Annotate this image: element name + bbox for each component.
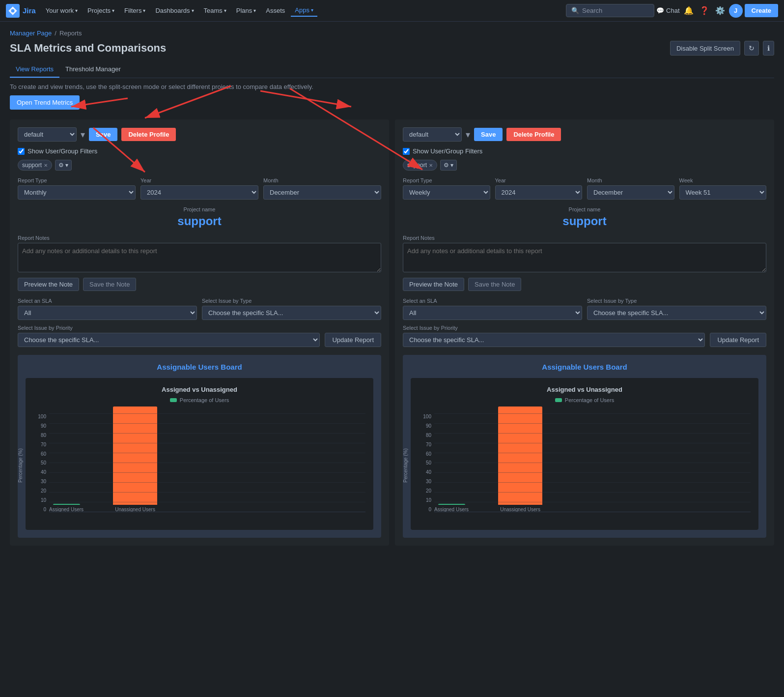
left-chart-subtitle: Assigned vs Unassigned (33, 386, 365, 393)
right-week-select[interactable]: Week 51 (679, 185, 767, 200)
left-chart-inner: Assigned vs Unassigned Percentage of Use… (26, 378, 373, 530)
right-preview-button[interactable]: Preview the Note (403, 278, 464, 291)
left-notes-textarea[interactable] (18, 243, 381, 272)
left-notes-section: Report Notes Preview the Note Save the N… (18, 235, 381, 291)
settings-icon[interactable]: ⚙️ (713, 4, 727, 17)
right-notes-actions: Preview the Note Save the Note (403, 278, 766, 291)
right-project-name: support (403, 214, 766, 228)
svg-point-1 (11, 9, 15, 12)
right-select-sla[interactable]: All (403, 306, 582, 320)
breadcrumb: Manager Page / Reports (10, 29, 774, 37)
top-navigation: Jira Your work ▾ Projects ▾ Filters ▾ Da… (0, 0, 784, 22)
right-filter-checkbox[interactable] (403, 148, 410, 155)
right-filter-row: Show User/Group Filters (403, 147, 766, 155)
right-save-button[interactable]: Save (474, 128, 503, 141)
left-save-note-button[interactable]: Save the Note (83, 278, 136, 291)
breadcrumb-parent[interactable]: Manager Page (10, 29, 52, 37)
right-tag-close-icon[interactable]: ✕ (429, 163, 433, 168)
right-grid (434, 414, 751, 512)
right-project-name-label: Project name (403, 206, 766, 212)
right-select-priority-field: Select Issue by Priority Choose the spec… (403, 325, 705, 347)
right-year-select[interactable]: 2024 (495, 185, 583, 200)
jira-logo: Jira (6, 4, 36, 18)
breadcrumb-current: Reports (59, 29, 82, 37)
left-filter-checkbox[interactable] (18, 148, 25, 155)
left-notes-actions: Preview the Note Save the Note (18, 278, 381, 291)
right-select-issue-type[interactable]: Choose the specific SLA... (587, 306, 766, 320)
right-tag-settings-button[interactable]: ⚙ ▾ (440, 160, 457, 171)
chat-button[interactable]: 💬 Chat (656, 7, 679, 14)
nav-plans[interactable]: Plans ▾ (232, 5, 260, 16)
left-select-sla-field: Select an SLA All (18, 298, 197, 320)
left-update-report-button[interactable]: Update Report (325, 333, 381, 347)
left-year-field: Year 2024 (140, 177, 258, 200)
right-select-priority[interactable]: Choose the specific SLA... (403, 333, 705, 347)
left-delete-button[interactable]: Delete Profile (121, 128, 176, 141)
nav-assets[interactable]: Assets (262, 5, 289, 16)
left-legend-dot (170, 398, 177, 402)
left-tag-settings-button[interactable]: ⚙ ▾ (55, 160, 72, 171)
nav-dashboards[interactable]: Dashboards ▾ (151, 5, 197, 16)
notifications-icon[interactable]: 🔔 (682, 4, 696, 17)
left-save-button[interactable]: Save (89, 128, 117, 141)
right-notes-textarea[interactable] (403, 243, 766, 272)
left-profile-chevron: ▾ (81, 129, 85, 140)
right-y-axis-label: Percentage (%) (403, 448, 408, 482)
left-panel: default ▾ Save Delete Profile Show User/… (10, 119, 389, 546)
nav-apps[interactable]: Apps ▾ (291, 4, 317, 17)
left-report-type-field: Report Type Monthly (18, 177, 136, 200)
right-month-select[interactable]: December (587, 185, 674, 200)
disable-split-button[interactable]: Disable Split Screen (670, 41, 740, 56)
left-year-select[interactable]: 2024 (140, 185, 258, 200)
nav-projects[interactable]: Projects ▾ (84, 5, 118, 16)
right-sla-grid: Select an SLA All Select Issue by Type C… (403, 298, 766, 320)
left-select-sla[interactable]: All (18, 306, 197, 320)
help-icon[interactable]: ❓ (698, 4, 711, 17)
right-panel: default ▾ Save Delete Profile Show User/… (395, 119, 774, 546)
split-panels: default ▾ Save Delete Profile Show User/… (10, 119, 774, 546)
help-info-button[interactable]: ℹ (763, 41, 774, 56)
right-tag-support: support ✕ (403, 160, 437, 171)
refresh-icon-button[interactable]: ↻ (744, 41, 759, 56)
user-avatar[interactable]: J (729, 4, 743, 18)
left-tag-close-icon[interactable]: ✕ (44, 163, 48, 168)
right-update-report-button[interactable]: Update Report (710, 333, 766, 347)
right-notes-section: Report Notes Preview the Note Save the N… (403, 235, 766, 291)
left-select-issue-type[interactable]: Choose the specific SLA... (202, 306, 381, 320)
left-project-name: support (18, 214, 381, 228)
left-profile-select[interactable]: default (18, 127, 77, 142)
search-icon: 🔍 (571, 7, 579, 14)
left-select-priority-field: Select Issue by Priority Choose the spec… (18, 325, 320, 347)
tab-threshold-manager[interactable]: Threshold Manager (59, 61, 127, 78)
left-preview-button[interactable]: Preview the Note (18, 278, 79, 291)
left-report-type-select[interactable]: Monthly (18, 185, 136, 200)
nav-your-work[interactable]: Your work ▾ (42, 5, 82, 16)
right-save-note-button[interactable]: Save the Note (468, 278, 521, 291)
right-profile-row: default ▾ Save Delete Profile (403, 127, 766, 142)
left-tag-support: support ✕ (18, 160, 52, 171)
left-project-name-section: Project name support (18, 206, 381, 228)
right-tag-row: support ✕ ⚙ ▾ (403, 160, 766, 171)
open-trend-metrics-button[interactable]: Open Trend Metrics (10, 95, 80, 110)
left-select-priority[interactable]: Choose the specific SLA... (18, 333, 320, 347)
right-chart-inner: Assigned vs Unassigned Percentage of Use… (411, 378, 758, 530)
right-delete-button[interactable]: Delete Profile (506, 128, 561, 141)
right-year-field: Year 2024 (495, 177, 583, 200)
right-report-type-select[interactable]: Weekly (403, 185, 490, 200)
right-select-sla-field: Select an SLA All (403, 298, 582, 320)
nav-filters[interactable]: Filters ▾ (120, 5, 149, 16)
right-profile-select[interactable]: default (403, 127, 462, 142)
left-form-grid: Report Type Monthly Year 2024 Month Dece… (18, 177, 381, 200)
chat-icon: 💬 (656, 7, 664, 14)
left-month-select[interactable]: December (263, 185, 381, 200)
create-button[interactable]: Create (745, 4, 778, 17)
left-filter-row: Show User/Group Filters (18, 147, 381, 155)
tab-bar: View Reports Threshold Manager (10, 61, 774, 78)
nav-teams[interactable]: Teams ▾ (200, 5, 230, 16)
right-form-grid: Report Type Weekly Year 2024 Month Decem… (403, 177, 766, 200)
left-sla-grid: Select an SLA All Select Issue by Type C… (18, 298, 381, 320)
right-project-name-section: Project name support (403, 206, 766, 228)
search-box[interactable]: 🔍 Search (566, 4, 654, 17)
left-project-name-label: Project name (18, 206, 381, 212)
tab-view-reports[interactable]: View Reports (10, 61, 59, 78)
